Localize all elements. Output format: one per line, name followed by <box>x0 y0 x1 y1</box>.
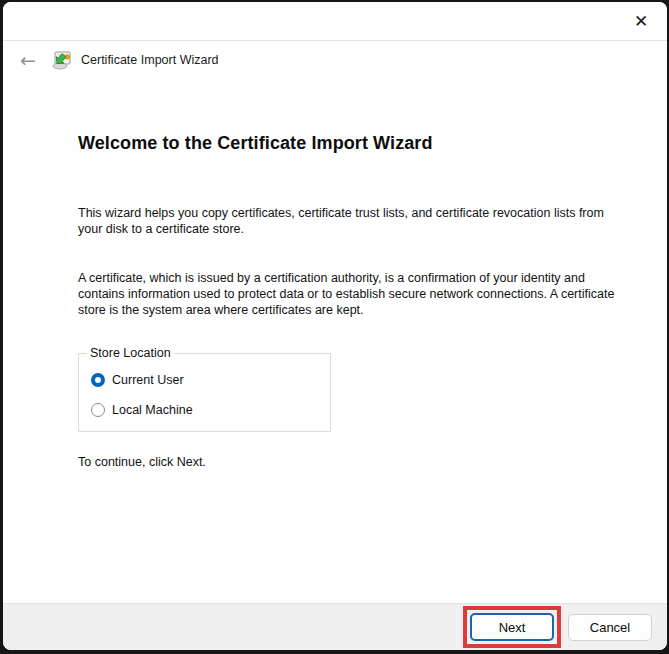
close-icon: ✕ <box>634 11 648 31</box>
back-arrow-icon: ← <box>20 49 36 71</box>
back-button[interactable]: ← <box>11 49 45 71</box>
radio-local-machine[interactable]: Local Machine <box>91 402 193 418</box>
certificate-import-wizard-window: ✕ ← Certificate Import Wizard Welcome to… <box>3 2 667 650</box>
store-location-groupbox: Store Location Current User Local Machin… <box>78 353 331 432</box>
titlebar: ✕ <box>3 2 667 41</box>
radio-unselected-icon <box>91 403 105 417</box>
store-location-legend: Store Location <box>87 346 174 360</box>
radio-local-machine-label: Local Machine <box>112 403 193 417</box>
certificate-import-icon <box>51 49 73 71</box>
description-paragraph: A certificate, which is issued by a cert… <box>78 270 623 318</box>
wizard-title: Certificate Import Wizard <box>81 53 219 67</box>
radio-current-user-label: Current User <box>112 373 184 387</box>
close-button[interactable]: ✕ <box>623 5 659 37</box>
next-button-highlight-box: Next <box>463 606 561 648</box>
intro-paragraph: This wizard helps you copy certificates,… <box>78 205 623 237</box>
continue-instruction: To continue, click Next. <box>78 455 206 469</box>
radio-selected-icon <box>91 373 105 387</box>
cancel-button[interactable]: Cancel <box>568 614 652 641</box>
radio-current-user[interactable]: Current User <box>91 372 184 388</box>
wizard-header: ← Certificate Import Wizard <box>3 41 667 79</box>
footer-button-bar: Next Cancel <box>3 603 667 650</box>
next-button[interactable]: Next <box>470 613 554 641</box>
page-title: Welcome to the Certificate Import Wizard <box>78 133 433 154</box>
wizard-content: Welcome to the Certificate Import Wizard… <box>3 79 667 602</box>
